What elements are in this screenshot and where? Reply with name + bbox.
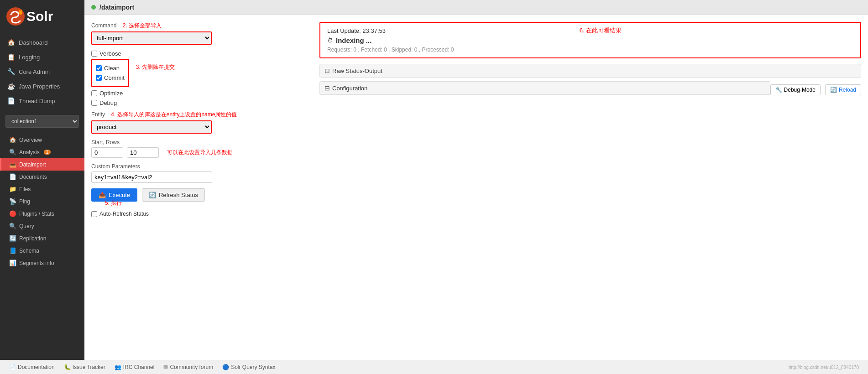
- sidebar-item-plugins[interactable]: 🔴 Plugins / Stats: [0, 208, 84, 220]
- content-area: Command 2. 选择全部导入 full-import delta-impo…: [84, 15, 868, 360]
- clean-checkbox[interactable]: [96, 65, 102, 71]
- custom-params-label: Custom Parameters: [91, 163, 310, 170]
- start-rows-group: Start, Rows 可以在此设置导入几条数据: [91, 139, 310, 158]
- debug-label: Debug: [99, 99, 117, 106]
- overview-icon: 🏠: [9, 136, 16, 143]
- query-icon: 🔍: [9, 223, 16, 229]
- entity-label-row: Entity 4. 选择导入的库这是在entity上设置的name属性的值: [91, 111, 310, 119]
- collection-nav: 🏠 Overview 🔍 Analysis 1 📥 Dataimport 📄 D…: [0, 132, 84, 270]
- configuration-header[interactable]: ⊟ Configuration: [319, 81, 770, 95]
- optimize-label: Optimize: [99, 90, 123, 97]
- sidebar-item-query[interactable]: 🔍 Query: [0, 220, 84, 232]
- core-admin-icon: 🔧: [7, 68, 15, 75]
- custom-params-group: Custom Parameters: [91, 163, 310, 183]
- sidebar-item-java-properties[interactable]: ☕ Java Properties: [0, 79, 84, 94]
- commit-row: Commit: [96, 74, 125, 81]
- indexing-text: Indexing ...: [336, 36, 371, 44]
- start-rows-label: Start, Rows: [91, 139, 310, 145]
- status-container: Last Update: 23:37:53 ⏱ Indexing ... Req…: [319, 22, 861, 58]
- debug-checkbox[interactable]: [91, 100, 97, 106]
- start-input[interactable]: [91, 147, 123, 158]
- solr-logo-icon: [5, 5, 26, 27]
- verbose-checkbox[interactable]: [91, 51, 97, 57]
- indexing-row: ⏱ Indexing ...: [327, 36, 853, 44]
- step2-annotation: 2. 选择全部导入: [123, 22, 162, 29]
- solr-query-syntax-link[interactable]: 🔵 Solr Query Syntax: [222, 364, 275, 370]
- sidebar-item-logging[interactable]: 📋 Logging: [0, 50, 84, 64]
- bug-icon: 🐛: [64, 364, 71, 370]
- logo-area: Solr: [0, 0, 84, 33]
- analysis-badge: 1: [44, 150, 51, 155]
- entity-field-group: Entity 4. 选择导入的库这是在entity上设置的name属性的值 pr…: [91, 111, 310, 134]
- dataimport-icon: 📥: [9, 161, 16, 168]
- clean-commit-box: Clean Commit: [91, 59, 129, 87]
- step6-annotation: 6. 在此可看结果: [580, 26, 622, 35]
- replication-icon: 🔄: [9, 235, 16, 242]
- execute-icon: 📥: [99, 192, 106, 198]
- sidebar-item-core-admin[interactable]: 🔧 Core Admin: [0, 64, 84, 79]
- rows-input[interactable]: [127, 147, 159, 158]
- commit-checkbox[interactable]: [96, 75, 102, 81]
- clean-commit-group: Clean Commit 3. 先删除在提交: [91, 59, 310, 87]
- ping-icon: 📡: [9, 198, 16, 205]
- step5-annotation: 5. 执行: [105, 200, 122, 206]
- schema-icon: 📘: [9, 247, 16, 254]
- entity-select[interactable]: product: [92, 121, 211, 133]
- dashboard-icon: 🏠: [7, 39, 15, 46]
- requests-row: Requests: 0 , Fetched: 0 , Skipped: 0 , …: [327, 47, 853, 53]
- sidebar-item-thread-dump[interactable]: 📄 Thread Dump: [0, 94, 84, 108]
- thread-dump-icon: 📄: [7, 97, 15, 104]
- sidebar-nav: 🏠 Dashboard 📋 Logging 🔧 Core Admin ☕ Jav…: [0, 33, 84, 110]
- configuration-label: Configuration: [332, 85, 367, 92]
- irc-channel-link[interactable]: 👥 IRC Channel: [115, 364, 155, 370]
- raw-status-label: Raw Status-Output: [332, 68, 382, 74]
- reload-icon: 🔄: [830, 87, 837, 93]
- command-select[interactable]: full-import delta-import abort reload-co…: [92, 32, 211, 44]
- dataimport-header: /dataimport: [84, 0, 868, 15]
- page-title: /dataimport: [99, 4, 134, 11]
- command-field-group: Command 2. 选择全部导入 full-import delta-impo…: [91, 22, 310, 45]
- doc-icon: 📄: [9, 364, 16, 370]
- community-forum-link[interactable]: ✉ Community forum: [163, 364, 213, 370]
- debug-mode-button[interactable]: 🔧 Debug-Mode: [770, 84, 821, 95]
- sidebar-item-documents[interactable]: 📄 Documents: [0, 171, 84, 183]
- sidebar-item-dashboard[interactable]: 🏠 Dashboard: [0, 35, 84, 50]
- sidebar-item-schema[interactable]: 📘 Schema: [0, 244, 84, 257]
- sidebar: Solr 🏠 Dashboard 📋 Logging 🔧 Core Admin …: [0, 0, 84, 360]
- optimize-checkbox[interactable]: [91, 90, 97, 96]
- clean-row: Clean: [96, 65, 125, 72]
- sidebar-item-overview[interactable]: 🏠 Overview: [0, 134, 84, 146]
- command-label: Command 2. 选择全部导入: [91, 22, 310, 30]
- sidebar-item-analysis[interactable]: 🔍 Analysis 1: [0, 146, 84, 158]
- plugins-icon: 🔴: [9, 210, 16, 217]
- refresh-icon: 🔄: [149, 192, 156, 198]
- wrench-icon: 🔧: [775, 87, 782, 93]
- raw-status-section[interactable]: ⊟ Raw Status-Output: [319, 64, 861, 78]
- right-panel: Last Update: 23:37:53 ⏱ Indexing ... Req…: [319, 22, 861, 353]
- debug-row: Debug: [91, 99, 310, 106]
- email-icon: ✉: [163, 364, 168, 370]
- configuration-section: ⊟ Configuration 🔧 Debug-Mode 🔄 Reload: [319, 81, 861, 99]
- collection-select[interactable]: collection1: [5, 115, 79, 128]
- command-select-wrapper: full-import delta-import abort reload-co…: [91, 31, 212, 45]
- sidebar-item-replication[interactable]: 🔄 Replication: [0, 232, 84, 244]
- rows-annotation: 可以在此设置导入几条数据: [167, 149, 233, 156]
- sidebar-item-dataimport[interactable]: 📥 Dataimport: [0, 158, 84, 171]
- status-indicator: [91, 5, 96, 10]
- reload-button[interactable]: 🔄 Reload: [825, 84, 861, 95]
- auto-refresh-row: Auto-Refresh Status: [91, 211, 310, 217]
- sidebar-item-ping[interactable]: 📡 Ping: [0, 195, 84, 208]
- auto-refresh-checkbox[interactable]: [91, 211, 97, 217]
- custom-params-input[interactable]: [91, 171, 212, 183]
- issue-tracker-link[interactable]: 🐛 Issue Tracker: [64, 364, 105, 370]
- documents-icon: 📄: [9, 173, 16, 180]
- left-panel: Command 2. 选择全部导入 full-import delta-impo…: [91, 22, 310, 353]
- collection-selector[interactable]: collection1: [5, 115, 79, 128]
- auto-refresh-label: Auto-Refresh Status: [99, 211, 149, 217]
- refresh-status-button[interactable]: 🔄 Refresh Status: [142, 188, 205, 202]
- footer-url: http://blog.csdn.net/u012_8840170: [789, 365, 859, 370]
- sidebar-item-segments[interactable]: 📊 Segments info: [0, 257, 84, 269]
- documentation-link[interactable]: 📄 Documentation: [9, 364, 55, 370]
- sidebar-item-files[interactable]: 📁 Files: [0, 183, 84, 195]
- main-content: /dataimport Command 2. 选择全部导入 full-impor…: [84, 0, 868, 360]
